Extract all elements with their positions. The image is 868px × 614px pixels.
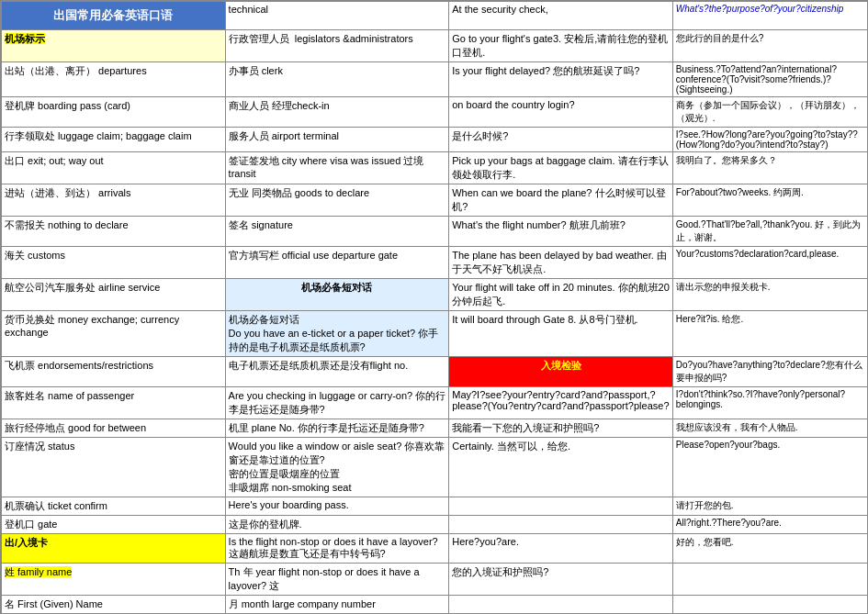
- col1-row17: 登机口 gate: [2, 516, 226, 534]
- col1-row19-family-name: 姓 family name: [2, 564, 226, 596]
- col2-row11: 机场必备短对话 Do you have an e-ticket or a pap…: [225, 311, 449, 357]
- col3-row18: Here?you?are.: [449, 534, 673, 564]
- col2-row14: 机里 plane No. 你的行李是托运还是随身带?: [225, 419, 449, 438]
- col1-header: 出国常用必备英语口语: [2, 2, 226, 30]
- col2-row16: Here's your boarding pass.: [225, 497, 449, 516]
- col3-header-cell: At the security check,: [449, 2, 673, 30]
- col3-row19: 您的入境证和护照吗?: [449, 564, 673, 596]
- entry-check-header: 入境检验: [449, 357, 673, 387]
- col3-row20: [449, 596, 673, 614]
- col3-row2: Go to your flight's gate3. 安检后,请前往您的登机口登…: [449, 30, 673, 62]
- col1-row8: 不需报关 nothing to declare: [2, 217, 226, 247]
- col4-row16: 请打开您的包.: [672, 497, 868, 516]
- col4-row3: Business.?To?attend?an?international?con…: [672, 62, 868, 97]
- col4-row8: Good.?That'll?be?all,?thank?you. 好，到此为止，…: [672, 217, 868, 247]
- col4-row2: 您此行的目的是什么?: [672, 30, 868, 62]
- col1-row20: 名 First (Given) Name: [2, 596, 226, 614]
- col4-row13: I?don't?think?so.?I?have?only?personal?b…: [672, 387, 868, 419]
- col3-row6: Pick up your bags at baggage claim. 请在行李…: [449, 152, 673, 184]
- col1-row10: 航空公司汽车服务处 airline service: [2, 279, 226, 311]
- col4-row12: Do?you?have?anything?to?declare?您有什么要申报的…: [672, 357, 868, 387]
- col2-row19: Th 年 year flight non-stop or does it hav…: [225, 564, 449, 596]
- col1-row7: 进站（进港、到达） arrivals: [2, 184, 226, 217]
- col4-row7: For?about?two?weeks. 约两周.: [672, 184, 868, 217]
- col2-header-cell: technical: [225, 2, 449, 30]
- col2-row15: Would you like a window or aisle seat? 你…: [225, 438, 449, 497]
- col3-row17: [449, 516, 673, 534]
- col3-row8: What's the flight number? 航班几前班?: [449, 217, 673, 247]
- col2-row17: 这是你的登机牌.: [225, 516, 449, 534]
- col3-row14: 我能看一下您的入境证和护照吗?: [449, 419, 673, 438]
- airport-sign-label: 机场标示: [5, 33, 45, 44]
- col2-row13: Are you checking in luggage or carry-on?…: [225, 387, 449, 419]
- col3-row15: Certainly. 当然可以，给您.: [449, 438, 673, 497]
- col4-row14: 我想应该没有，我有个人物品.: [672, 419, 868, 438]
- col1-row15: 订座情况 status: [2, 438, 226, 497]
- col3-row5: 是什么时候?: [449, 128, 673, 152]
- col1-row13: 旅客姓名 name of passenger: [2, 387, 226, 419]
- col1-row3: 出站（出港、离开） departures: [2, 62, 226, 97]
- col2-row18: Is the flight non-stop or does it have a…: [225, 534, 449, 564]
- col3-row13: May?I?see?your?entry?card?and?passport,?…: [449, 387, 673, 419]
- technical-label: technical: [229, 4, 268, 15]
- col2-row2: 行政管理人员 legislators &administrators: [225, 30, 449, 62]
- col2-row8: 签名 signature: [225, 217, 449, 247]
- col2-row3: 办事员 clerk: [225, 62, 449, 97]
- col4-row6: 我明白了。您将呆多久？: [672, 152, 868, 184]
- col1-row6: 出口 exit; out; way out: [2, 152, 226, 184]
- col4-row15: Please?open?your?bags.: [672, 438, 868, 497]
- col4-header-cell: What's?the?purpose?of?your?citizenship: [672, 2, 868, 30]
- col4-row5: I?see.?How?long?are?you?going?to?stay??(…: [672, 128, 868, 152]
- col2-row10-section: 机场必备短对话: [225, 279, 449, 311]
- col4-row4: 商务（参加一个国际会议），（拜访朋友），（观光）.: [672, 97, 868, 128]
- col1-row5: 行李领取处 luggage claim; baggage claim: [2, 128, 226, 152]
- col1-row12: 飞机票 endorsements/restrictions: [2, 357, 226, 387]
- col2-row5: 服务人员 airport terminal: [225, 128, 449, 152]
- col1-row4: 登机牌 boarding pass (card): [2, 97, 226, 128]
- col2-row20: 月 month large company number: [225, 596, 449, 614]
- col1-row16: 机票确认 ticket confirm: [2, 497, 226, 516]
- col4-row18: 好的，您看吧.: [672, 534, 868, 564]
- col3-row16: [449, 497, 673, 516]
- col3-row7: When can we board the plane? 什么时候可以登机?: [449, 184, 673, 217]
- col4-row17: All?right.?There?you?are.: [672, 516, 868, 534]
- col3-row10: Your flight will take off in 20 minutes.…: [449, 279, 673, 311]
- col2-row4: 商业人员 经理check-in: [225, 97, 449, 128]
- col2-row7: 无业 同类物品 goods to declare: [225, 184, 449, 217]
- col4-row11: Here?it?is. 给您.: [672, 311, 868, 357]
- col4-row20: [672, 596, 868, 614]
- col1-row9: 海关 customs: [2, 247, 226, 279]
- col4-row10: 请出示您的申报关税卡.: [672, 279, 868, 311]
- col4-row19: [672, 564, 868, 596]
- col2-row6: 签证签发地 city where visa was issued 过境 tran…: [225, 152, 449, 184]
- col1-row14: 旅行经停地点 good for between: [2, 419, 226, 438]
- col1-row2: 机场标示: [2, 30, 226, 62]
- col2-row9: 官方填写栏 official use departure gate: [225, 247, 449, 279]
- col1-row18-exit-card: 出/入境卡: [2, 534, 226, 564]
- col1-row11: 货币兑换处 money exchange; currency exchange: [2, 311, 226, 357]
- col3-row4: on board the country login?: [449, 97, 673, 128]
- col3-row11: It will board through Gate 8. 从8号门登机.: [449, 311, 673, 357]
- col3-row9: The plane has been delayed by bad weathe…: [449, 247, 673, 279]
- family-name-label: 姓 family name: [5, 566, 72, 577]
- col4-row9: Your?customs?declaration?card,please.: [672, 247, 868, 279]
- col2-row12: 电子机票还是纸质机票还是没有flight no.: [225, 357, 449, 387]
- col3-row3: Is your flight delayed? 您的航班延误了吗?: [449, 62, 673, 97]
